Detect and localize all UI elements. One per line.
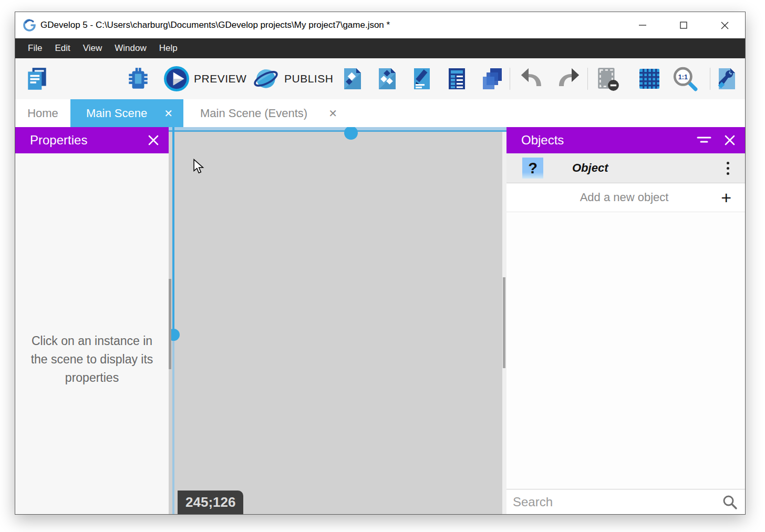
publish-globe-icon: [253, 65, 279, 92]
menu-help[interactable]: Help: [153, 38, 184, 58]
objects-panel-header: Objects: [506, 127, 745, 153]
minimize-button[interactable]: [622, 12, 663, 38]
tab-main-scene-events-label: Main Scene (Events): [200, 107, 307, 120]
redo-icon: [555, 66, 580, 91]
maximize-icon: [679, 21, 688, 29]
undo-button[interactable]: [520, 66, 546, 92]
undo-icon: [520, 66, 545, 91]
tab-close-icon[interactable]: ✕: [164, 107, 173, 120]
menu-bar: File Edit View Window Help: [15, 38, 745, 58]
toolbar-separator: [710, 68, 710, 90]
close-button[interactable]: [704, 12, 745, 38]
cursor-coordinates-badge: 245;126: [178, 491, 243, 514]
objects-file-icon: [375, 66, 400, 91]
main-content: Properties Click on an instance in the s…: [15, 127, 745, 514]
objects-panel-title: Objects: [521, 133, 564, 148]
scene-file-icon: [340, 66, 365, 91]
toolbar-separator: [510, 68, 510, 90]
window-title: GDevelop 5 - C:\Users\charburg\Documents…: [40, 20, 390, 30]
zoom-1-1-icon: 1:1: [672, 66, 698, 92]
canvas-vertical-scrollbar-right[interactable]: [503, 277, 505, 368]
objects-search-bar: [506, 489, 745, 514]
plus-icon: +: [721, 189, 731, 206]
filter-icon[interactable]: [697, 135, 711, 145]
properties-panel-title: Properties: [30, 133, 87, 148]
mouse-cursor-icon: [192, 159, 205, 174]
objects-close-icon[interactable]: [724, 134, 736, 146]
search-input[interactable]: [506, 495, 722, 509]
events-sheet-icon: [444, 66, 470, 91]
menu-window[interactable]: Window: [108, 38, 152, 58]
debugger-button[interactable]: [125, 66, 151, 92]
redo-button[interactable]: [554, 66, 581, 92]
project-manager-icon: [24, 66, 50, 92]
menu-edit[interactable]: Edit: [48, 38, 76, 58]
scene-window-left-border: [172, 127, 174, 514]
object-name: Object: [572, 161, 608, 175]
add-object-label: Add a new object: [506, 191, 721, 204]
tab-main-scene-label: Main Scene: [86, 107, 147, 120]
project-manager-button[interactable]: [24, 66, 50, 92]
layers-button[interactable]: [479, 66, 505, 92]
object-thumbnail-icon: ?: [522, 158, 543, 179]
minimize-icon: [638, 21, 647, 29]
maximize-button[interactable]: [663, 12, 704, 38]
edit-pencil-file-icon: [410, 66, 435, 91]
objects-panel: Objects ? Object Add a new object +: [506, 127, 745, 514]
edit-scene-properties-button[interactable]: [409, 66, 436, 92]
tab-home-label: Home: [27, 107, 58, 120]
scene-border-handle-top[interactable]: [344, 127, 358, 140]
toggle-grid-button[interactable]: [636, 66, 663, 92]
publish-button[interactable]: [253, 66, 279, 92]
zoom-original-button[interactable]: 1:1: [672, 66, 698, 92]
debugger-icon: [125, 66, 151, 92]
preview-label[interactable]: PREVIEW: [194, 58, 246, 99]
properties-panel-header: Properties: [15, 127, 169, 153]
tab-main-scene[interactable]: Main Scene ✕: [70, 99, 183, 127]
properties-hint-text: Click on an instance in the scene to dis…: [25, 332, 159, 387]
grid-icon: [637, 66, 662, 91]
edit-scene-button[interactable]: [339, 66, 366, 92]
objects-list-empty-area: [506, 212, 745, 489]
gdevelop-logo-icon: [23, 18, 36, 32]
canvas-vertical-scrollbar-left[interactable]: [169, 279, 171, 369]
tab-bar: Home Main Scene ✕ Main Scene (Events) ✕: [15, 99, 745, 127]
properties-panel: Properties Click on an instance in the s…: [15, 127, 169, 514]
scene-settings-button[interactable]: [714, 66, 740, 92]
tab-close-icon[interactable]: ✕: [328, 107, 337, 120]
object-menu-icon[interactable]: [727, 162, 729, 175]
tab-home[interactable]: Home: [15, 99, 70, 127]
svg-text:1:1: 1:1: [678, 74, 688, 81]
menu-file[interactable]: File: [22, 38, 48, 58]
close-icon: [720, 21, 729, 30]
mask-icon: [595, 66, 621, 92]
toggle-mask-button[interactable]: [595, 66, 621, 92]
toolbar: PREVIEW PUBLISH: [15, 58, 745, 99]
wrench-file-icon: [715, 66, 740, 91]
play-icon: [163, 65, 190, 92]
search-icon[interactable]: [722, 494, 738, 510]
publish-label[interactable]: PUBLISH: [284, 58, 333, 99]
scene-canvas[interactable]: 245;126: [169, 127, 506, 514]
properties-close-icon[interactable]: [148, 134, 159, 146]
title-bar: GDevelop 5 - C:\Users\charburg\Documents…: [15, 12, 745, 38]
scene-window-top-border: [169, 127, 506, 132]
object-list-item[interactable]: ? Object: [506, 153, 745, 183]
tab-main-scene-events[interactable]: Main Scene (Events) ✕: [183, 99, 348, 127]
gdevelop-window: GDevelop 5 - C:\Users\charburg\Documents…: [15, 12, 746, 515]
layers-icon: [480, 66, 505, 91]
edit-objects-button[interactable]: [374, 66, 400, 92]
toolbar-separator: [587, 68, 588, 90]
menu-view[interactable]: View: [77, 38, 109, 58]
add-object-row[interactable]: Add a new object +: [506, 183, 745, 212]
open-events-button[interactable]: [444, 66, 470, 92]
preview-button[interactable]: [163, 66, 190, 92]
